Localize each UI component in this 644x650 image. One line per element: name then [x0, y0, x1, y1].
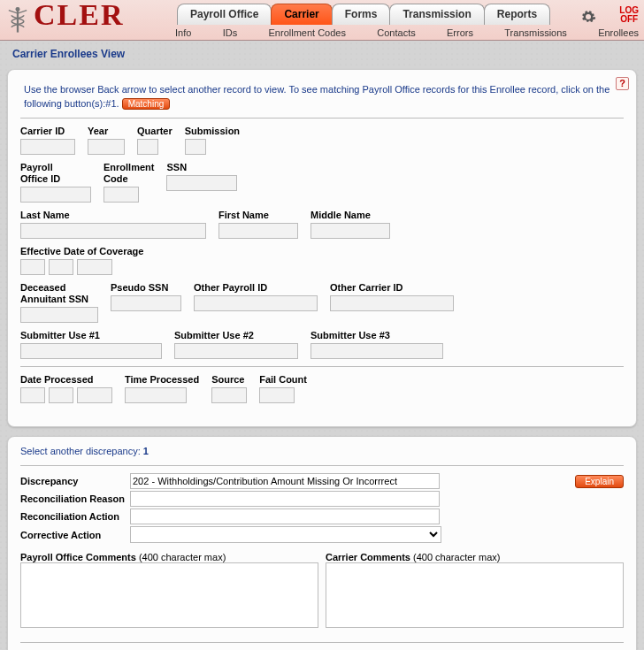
instructions: Use the browser Back arrow to select ano… — [24, 82, 624, 111]
app-header: CLER Payroll Office Carrier Forms Transm… — [0, 0, 644, 41]
subnav-enrollment-codes[interactable]: Enrollment Codes — [269, 27, 346, 38]
page-title: Carrier Enrollees View — [12, 48, 644, 60]
quarter-field[interactable] — [137, 139, 158, 155]
label-pseudo-ssn: Pseudo SSN — [111, 282, 181, 294]
label-sub1: Submitter Use #1 — [20, 330, 162, 341]
divider — [20, 642, 624, 643]
enrollment-code-field[interactable] — [104, 187, 139, 203]
last-name-field[interactable] — [20, 223, 206, 239]
sel-disc-num[interactable]: 1 — [143, 446, 149, 456]
label-discrepancy: Discrepancy — [20, 476, 126, 486]
label-po-id: Payroll Office ID — [20, 162, 91, 185]
divider — [20, 118, 624, 119]
label-eff-date: Effective Date of Coverage — [20, 246, 143, 257]
label-source: Source — [211, 374, 247, 386]
date-processed-yyyy[interactable] — [77, 387, 112, 403]
divider — [20, 465, 624, 466]
payroll-office-comments[interactable] — [20, 562, 318, 628]
label-other-carrier-id: Other Carrier ID — [330, 282, 454, 294]
select-discrepancy-text: Select another discrepancy: 1 — [20, 446, 624, 456]
rec-reason-field[interactable] — [130, 491, 440, 507]
label-submission: Submission — [185, 126, 240, 137]
sub-nav: Info IDs Enrollment Codes Contacts Error… — [175, 27, 639, 38]
label-last-name: Last Name — [20, 210, 206, 221]
pseudo-ssn-field[interactable] — [111, 295, 181, 311]
label-fail-count: Fail Count — [259, 374, 307, 386]
matching-button[interactable]: Matching — [122, 98, 171, 110]
label-year: Year — [88, 126, 125, 137]
subnav-ids[interactable]: IDs — [223, 27, 238, 38]
logoff-link[interactable]: LOGOFF — [619, 6, 639, 24]
label-corrective: Corrective Action — [20, 530, 126, 540]
app-logo: CLER — [34, 0, 124, 32]
carrier-comments[interactable] — [326, 562, 624, 628]
date-processed-mm[interactable] — [20, 387, 45, 403]
time-processed-field[interactable] — [125, 387, 187, 403]
label-time-proc: Time Processed — [125, 374, 199, 386]
ssn-field[interactable] — [166, 175, 237, 191]
label-rec-action: Reconciliation Action — [20, 511, 126, 522]
tab-forms[interactable]: Forms — [332, 4, 391, 25]
label-rec-reason: Reconciliation Reason — [20, 493, 126, 504]
corrective-action-select[interactable] — [130, 526, 441, 543]
discrepancy-field[interactable] — [130, 473, 440, 489]
caduceus-icon — [5, 5, 30, 35]
tab-reports[interactable]: Reports — [484, 4, 550, 25]
explain-button[interactable]: Explain — [575, 475, 624, 488]
label-ssn: SSN — [166, 162, 237, 173]
tab-payroll-office[interactable]: Payroll Office — [177, 4, 272, 25]
label-middle-name: Middle Name — [310, 210, 390, 221]
divider — [20, 366, 624, 367]
fail-count-field[interactable] — [259, 387, 295, 403]
eff-date-yyyy[interactable] — [77, 259, 112, 275]
eff-date-dd[interactable] — [49, 259, 73, 275]
rec-action-field[interactable] — [130, 509, 440, 524]
other-carrier-id-field[interactable] — [330, 295, 454, 311]
submission-field[interactable] — [185, 139, 206, 155]
label-quarter: Quarter — [137, 126, 172, 137]
subnav-transmissions[interactable]: Transmissions — [504, 27, 567, 38]
first-name-field[interactable] — [218, 223, 298, 239]
discrepancy-panel: Select another discrepancy: 1 Discrepanc… — [7, 436, 637, 650]
label-date-proc: Date Processed — [20, 374, 112, 386]
payroll-office-id-field[interactable] — [20, 187, 91, 203]
label-car-comments: Carrier Comments (400 character max) — [326, 552, 624, 562]
instruction-text: Use the browser Back arrow to select ano… — [24, 84, 610, 109]
label-sub2: Submitter Use #2 — [174, 330, 298, 341]
label-first-name: First Name — [218, 210, 298, 221]
label-carrier-id: Carrier ID — [20, 126, 75, 137]
subnav-info[interactable]: Info — [175, 27, 191, 38]
subnav-enrollees[interactable]: Enrollees — [598, 27, 639, 38]
label-other-po-id: Other Payroll ID — [194, 282, 318, 294]
main-tabs: Payroll Office Carrier Forms Transmissio… — [177, 4, 549, 25]
middle-name-field[interactable] — [310, 223, 390, 239]
submitter-use-1-field[interactable] — [20, 343, 162, 359]
subnav-contacts[interactable]: Contacts — [377, 27, 415, 38]
enrollee-panel: ? Use the browser Back arrow to select a… — [7, 69, 637, 427]
other-payroll-id-field[interactable] — [194, 295, 318, 311]
date-processed-dd[interactable] — [49, 387, 73, 403]
year-field[interactable] — [88, 139, 125, 155]
source-field[interactable] — [211, 387, 247, 403]
label-enr-code: Enrollment Code — [104, 162, 154, 185]
label-sub3: Submitter Use #3 — [310, 330, 443, 341]
sel-disc-label: Select another discrepancy: — [20, 446, 141, 456]
help-icon[interactable]: ? — [616, 77, 629, 90]
tab-carrier[interactable]: Carrier — [271, 4, 332, 25]
eff-date-mm[interactable] — [20, 259, 45, 275]
label-dec-ssn: Deceased Annuitant SSN — [20, 282, 98, 305]
label-po-comments: Payroll Office Comments (400 character m… — [20, 552, 318, 562]
tab-transmission[interactable]: Transmission — [389, 4, 484, 25]
subnav-errors[interactable]: Errors — [447, 27, 473, 38]
gear-icon[interactable] — [580, 9, 596, 25]
deceased-annuitant-ssn-field[interactable] — [20, 307, 98, 323]
carrier-id-field[interactable] — [20, 139, 75, 155]
submitter-use-3-field[interactable] — [310, 343, 443, 359]
submitter-use-2-field[interactable] — [174, 343, 298, 359]
